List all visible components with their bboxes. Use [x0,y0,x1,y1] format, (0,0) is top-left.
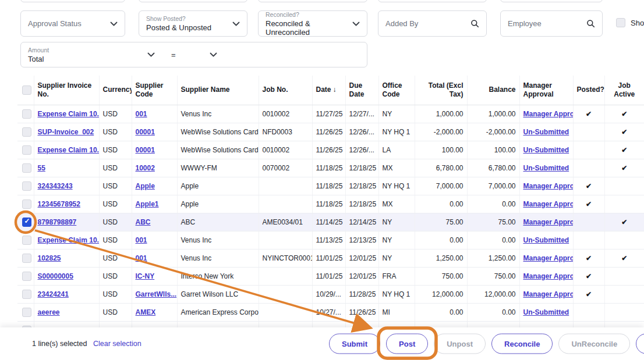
date-cell: 11/26/25 [316,146,343,154]
col-supplier-invoice-no[interactable]: Supplier Invoice No. [34,76,99,105]
unreconcile-button[interactable]: UnReconcile [558,334,630,354]
approval-link[interactable]: Manager Appro... [523,218,574,226]
row-checkbox[interactable] [22,109,31,119]
supplier-code-link[interactable]: 00001 [136,146,155,154]
supplier-code-link[interactable]: IC-NY [136,272,155,280]
supplier-code-link[interactable]: Apple [136,182,155,190]
col-job-no[interactable]: Job No. [259,76,312,105]
unpost-button[interactable]: Unpost [434,334,486,354]
approval-link[interactable]: Manager Appro... [523,290,574,298]
balance-cell: 1,000.00 [489,110,516,118]
invoice-link[interactable]: SUP-Invoice_002 [38,128,94,136]
approval-link[interactable]: Un-Submitted [523,236,569,244]
approval-link[interactable]: Un-Submitted [523,146,569,154]
supplier-code-link[interactable]: ABC [136,218,151,226]
cutoff-field [139,0,247,2]
approval-link[interactable]: Manager Appro... [523,272,574,280]
approval-link[interactable]: Manager Appro... [523,254,574,262]
invoice-link[interactable]: 23424241 [38,290,69,298]
amount-filter[interactable]: Amount Total = [20,42,367,67]
invoice-link[interactable]: 102825 [38,254,61,262]
approval-link[interactable]: Manager Appro... [523,182,574,190]
row-checkbox[interactable] [22,181,31,191]
invoice-link[interactable]: 55 [38,164,45,172]
row-checkbox[interactable] [22,254,31,263]
date-cell: 11/18/25 [316,200,343,208]
submit-button[interactable]: Submit [329,334,380,354]
invoice-link[interactable]: 8798798897 [38,218,77,226]
clear-selection-link[interactable]: Clear selection [93,340,141,348]
col-currency[interactable]: Currency [99,76,132,105]
action-buttons: SubmitPostUnpostReconcileUnReconcileChan… [329,334,644,354]
supplier-code-link[interactable]: 001 [136,254,147,262]
supplier-code-link[interactable]: 10002 [136,164,155,172]
change-button[interactable]: Change [636,334,644,354]
row-checkbox[interactable] [22,199,31,209]
balance-cell: 750.00 [494,272,516,280]
show-posted-filter[interactable]: Show Posted? Posted & Unposted [139,10,247,37]
supplier-code-link[interactable]: GarretWlls... [136,290,177,298]
col-date[interactable]: Date↓ [312,76,345,105]
col-supplier-code[interactable]: Supplier Code [132,76,177,105]
row-checkbox[interactable] [22,218,31,227]
row-checkbox[interactable] [22,272,31,281]
date-cell: 10/27/... [316,308,341,316]
supplier-code-link[interactable]: 001 [136,110,147,118]
currency-cell: USD [103,308,118,316]
approval-link[interactable]: Un-Submitted [523,308,569,316]
col-total-excl-tax[interactable]: Total (Excl Tax) [415,76,467,105]
date-cell: 11/14/25 [316,218,343,226]
show-toggle[interactable]: Show [616,18,644,27]
col-due-date[interactable]: Due Date [345,76,378,105]
invoice-link[interactable]: Expense Claim 10... [38,110,100,118]
show-checkbox[interactable] [616,18,625,27]
col-balance[interactable]: Balance [467,76,519,105]
total-cell: 6,780.00 [436,164,463,172]
approval-status-filter[interactable]: Approval Status [20,10,125,37]
invoice-link[interactable]: aeeree [38,308,60,316]
col-supplier-name[interactable]: Supplier Name [177,76,259,105]
cutoff-field [378,0,487,2]
sort-desc-icon[interactable]: ↓ [333,85,337,94]
supplier-code-link[interactable]: Apple1 [136,200,159,208]
row-checkbox[interactable] [22,163,31,173]
supplier-name-cell: Interco New York [181,272,234,280]
reconciled-filter[interactable]: Reconciled? Reconciled & Unreconciled [258,10,367,37]
col-manager-approval[interactable]: Manager Approval [519,76,573,105]
invoice-link[interactable]: Expense Claim 10... [38,146,100,154]
approval-status-placeholder: Approval Status [28,19,82,28]
search-icon [586,19,595,28]
amount-operator[interactable]: = [171,51,176,59]
col-job-active[interactable]: Job Active [604,76,644,105]
total-cell: 75.00 [445,218,463,226]
row-checkbox[interactable] [22,145,31,155]
select-all-checkbox[interactable] [22,85,31,95]
row-checkbox[interactable] [22,308,31,317]
row-checkbox[interactable] [22,127,31,137]
job-no-cell: 0070002 [263,164,290,172]
row-checkbox[interactable] [22,290,31,299]
post-button[interactable]: Post [386,334,428,354]
invoice-link[interactable]: 324343243 [38,182,73,190]
row-checkbox[interactable] [22,236,31,245]
supplier-code-link[interactable]: AMEX [136,308,156,316]
chevron-down-icon[interactable] [147,52,155,57]
balance-cell: 100.00 [494,146,516,154]
invoice-link[interactable]: Expense Claim 10... [38,236,100,244]
supplier-code-link[interactable]: 00001 [136,128,155,136]
approval-link[interactable]: Un-Submitted [523,128,569,136]
approval-link[interactable]: Un-Submitted [523,164,569,172]
approval-link[interactable]: Manager Appro... [523,110,574,118]
col-office-code[interactable]: Office Code [378,76,415,105]
employee-filter[interactable]: Employee [500,10,603,37]
office-code-cell: NY [383,236,392,244]
chevron-down-icon[interactable] [210,52,217,57]
col-posted[interactable]: Posted? [573,76,604,105]
reconcile-button[interactable]: Reconcile [491,334,553,354]
approval-link[interactable]: Manager Appro... [523,200,574,208]
invoice-link[interactable]: 12345678952 [38,200,80,208]
supplier-code-link[interactable]: 001 [136,236,147,244]
added-by-filter[interactable]: Added By [378,10,487,37]
invoice-link[interactable]: S00000005 [38,272,73,280]
balance-cell: 0.00 [502,308,515,316]
